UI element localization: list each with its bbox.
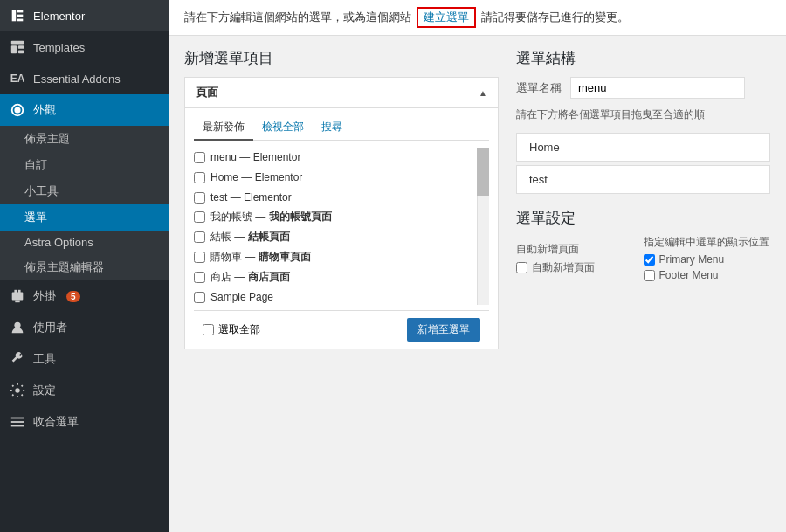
- list-item: 結帳 — 結帳頁面: [194, 227, 477, 247]
- checkbox-test-el[interactable]: [194, 192, 205, 204]
- astra-label: Astra Options: [24, 236, 93, 249]
- label-my-account: 我的帳號 — 我的帳號頁面: [210, 210, 332, 225]
- svg-rect-4: [11, 41, 24, 45]
- sidebar-item-menus[interactable]: 選單: [0, 204, 169, 231]
- sidebar-item-ea-label: Essential Addons: [33, 73, 121, 86]
- two-col-layout: 新增選單項目 頁面 ▲ 最新發佈 檢視全部 搜尋: [184, 48, 770, 349]
- sidebar-item-appearance-label: 外觀: [33, 102, 56, 118]
- svg-rect-16: [11, 425, 24, 427]
- sidebar-item-appearance[interactable]: 外觀: [0, 94, 169, 126]
- footer-menu-label: Footer Menu: [659, 269, 719, 281]
- auto-add-text: 自動新增頁面: [532, 260, 595, 275]
- sidebar-item-widgets[interactable]: 小工具: [0, 178, 169, 204]
- list-item: 購物車 — 購物車頁面: [194, 247, 477, 267]
- settings-row: 自動新增頁面 自動新增頁面 指定編輯中選單的顯示位置 Primary: [516, 235, 770, 285]
- sidebar-item-users-label: 使用者: [33, 320, 67, 335]
- sidebar-item-templates-label: Templates: [33, 41, 85, 54]
- plugins-badge: 5: [66, 291, 80, 302]
- label-menu-el: menu — Elementor: [210, 150, 300, 165]
- pages-box-header[interactable]: 頁面 ▲: [185, 78, 498, 108]
- sidebar-item-users[interactable]: 使用者: [0, 312, 169, 343]
- label-checkout: 結帳 — 結帳頁面: [210, 230, 290, 245]
- scrollbar-thumb[interactable]: [477, 148, 489, 196]
- svg-point-13: [15, 388, 19, 392]
- right-panel: 選單結構 選單名稱 請在下方將各個選單項目拖曳至合適的順 Home test: [516, 48, 770, 285]
- elementor-icon: [9, 7, 26, 24]
- sidebar-item-collapse[interactable]: 收合選單: [0, 406, 169, 438]
- settings-icon: [9, 382, 26, 399]
- label-test-el: test — Elementor: [210, 190, 292, 205]
- content-area: 新增選單項目 頁面 ▲ 最新發佈 檢視全部 搜尋: [169, 36, 786, 362]
- svg-rect-1: [17, 10, 23, 13]
- select-all-checkbox[interactable]: [203, 324, 214, 335]
- checkbox-my-account[interactable]: [194, 211, 205, 223]
- label-home-el: Home — Elementor: [210, 170, 302, 185]
- appearance-submenu: 佈景主題 自訂 小工具 選單 Astra Options 佈景主題編輯器: [0, 126, 169, 280]
- sidebar-item-plugins-label: 外掛: [33, 288, 56, 304]
- struct-item-test[interactable]: test: [516, 165, 770, 194]
- checkbox-checkout[interactable]: [194, 231, 205, 243]
- checkbox-shop[interactable]: [194, 272, 205, 283]
- checkbox-cart[interactable]: [194, 252, 205, 263]
- primary-menu-checkbox[interactable]: [644, 254, 655, 266]
- struct-item-home-label: Home: [529, 141, 560, 154]
- sidebar-item-themes[interactable]: 佈景主題: [0, 126, 169, 152]
- checkbox-menu-el[interactable]: [194, 152, 205, 163]
- menu-structure-title: 選單結構: [516, 48, 770, 68]
- svg-rect-2: [17, 15, 23, 17]
- footer-menu-checkbox[interactable]: [644, 270, 655, 281]
- checkbox-sample[interactable]: [194, 292, 205, 303]
- collapse-icon: [9, 413, 26, 431]
- sidebar-item-tools[interactable]: 工具: [0, 343, 169, 375]
- tab-latest[interactable]: 最新發佈: [194, 115, 253, 141]
- pages-box: 頁面 ▲ 最新發佈 檢視全部 搜尋: [184, 77, 499, 349]
- tools-icon: [9, 350, 26, 368]
- sidebar: Elementor Templates EA Essential Addons …: [0, 0, 169, 532]
- templates-icon: [9, 38, 26, 56]
- label-sample: Sample Page: [210, 290, 273, 305]
- sidebar-item-ea[interactable]: EA Essential Addons: [0, 63, 169, 94]
- scrollbar-track: [477, 148, 489, 305]
- struct-item-home[interactable]: Home: [516, 133, 770, 162]
- menu-note: 請在下方將各個選單項目拖曳至合適的順: [516, 107, 770, 122]
- checkbox-home-el[interactable]: [194, 172, 205, 183]
- topbar-text1: 請在下方編輯這個網站的選單，或為這個網站: [184, 10, 411, 25]
- display-location-label: 指定編輯中選單的顯示位置: [644, 235, 771, 250]
- create-menu-link[interactable]: 建立選單: [417, 7, 476, 28]
- sidebar-item-customize[interactable]: 自訂: [0, 152, 169, 178]
- settings-col-right: 指定編輯中選單的顯示位置 Primary Menu Footer Menu: [644, 235, 771, 285]
- sidebar-item-plugins[interactable]: 外掛 5: [0, 280, 169, 312]
- svg-rect-6: [18, 45, 24, 49]
- tab-search[interactable]: 搜尋: [313, 115, 351, 140]
- pages-box-arrow: ▲: [479, 88, 487, 98]
- main-content: 請在下方編輯這個網站的選單，或為這個網站 建立選單 請記得要儲存已進行的變更。 …: [169, 0, 786, 532]
- sidebar-item-theme-editor[interactable]: 佈景主題編輯器: [0, 254, 169, 280]
- list-item: test — Elementor: [194, 188, 477, 208]
- sidebar-item-templates[interactable]: Templates: [0, 31, 169, 63]
- topbar-text2: 請記得要儲存已進行的變更。: [481, 10, 629, 25]
- auto-add-checkbox[interactable]: [516, 262, 527, 273]
- menu-structure-items: Home test: [516, 133, 770, 194]
- label-shop: 商店 — 商店頁面: [210, 270, 290, 285]
- struct-item-test-label: test: [529, 173, 548, 186]
- sidebar-item-settings-label: 設定: [33, 383, 56, 398]
- widgets-label: 小工具: [24, 183, 59, 199]
- sidebar-item-astra[interactable]: Astra Options: [0, 231, 169, 254]
- menu-name-input[interactable]: [570, 77, 745, 99]
- users-icon: [9, 319, 26, 336]
- top-bar: 請在下方編輯這個網站的選單，或為這個網站 建立選單 請記得要儲存已進行的變更。: [169, 0, 786, 36]
- sidebar-item-elementor[interactable]: Elementor: [0, 0, 169, 31]
- left-panel: 新增選單項目 頁面 ▲ 最新發佈 檢視全部 搜尋: [184, 48, 499, 349]
- sidebar-item-collapse-label: 收合選單: [33, 414, 79, 430]
- add-menu-title: 新增選單項目: [184, 48, 499, 68]
- tab-all[interactable]: 檢視全部: [253, 115, 313, 140]
- svg-rect-11: [15, 301, 19, 303]
- settings-item-auto: 自動新增頁面: [516, 260, 644, 275]
- list-item: 我的帳號 — 我的帳號頁面: [194, 207, 477, 227]
- settings-item-left: 自動新增頁面: [516, 242, 644, 257]
- themes-label: 佈景主題: [24, 131, 70, 147]
- sidebar-item-settings[interactable]: 設定: [0, 375, 169, 406]
- add-to-menu-button[interactable]: 新增至選單: [407, 318, 480, 342]
- plugins-icon: [9, 287, 26, 305]
- svg-rect-7: [18, 51, 24, 54]
